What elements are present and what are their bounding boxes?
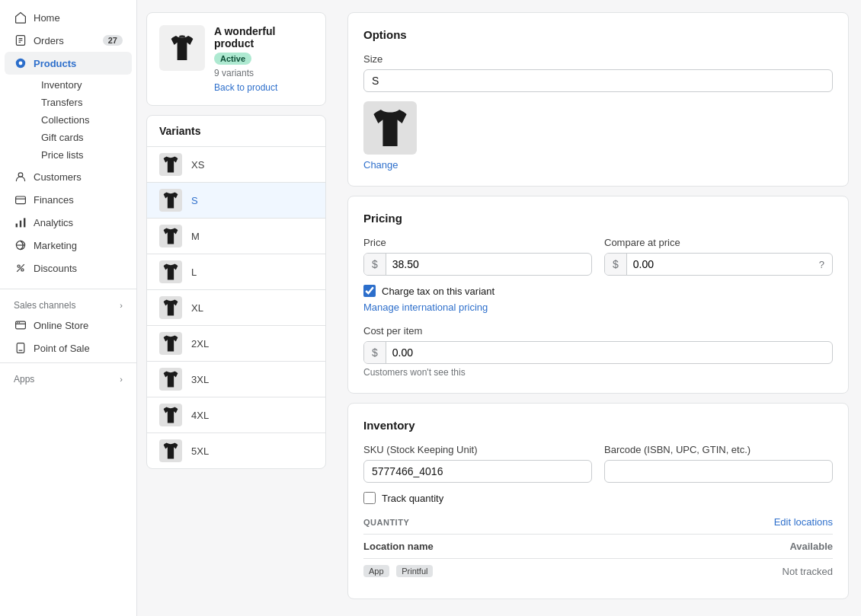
sales-channels-label: Sales channels ›	[0, 292, 136, 314]
price-input-wrapper: $	[363, 253, 592, 276]
variant-row[interactable]: XL	[147, 290, 325, 326]
sidebar-item-transfers[interactable]: Transfers	[32, 94, 132, 111]
variant-name: 5XL	[191, 445, 209, 457]
sales-channels-arrow[interactable]: ›	[120, 301, 123, 310]
not-tracked-label: Not tracked	[783, 566, 833, 577]
sidebar-item-pos-label: Point of Sale	[34, 343, 90, 354]
pricing-row: Price $ Compare at price $ ?	[363, 237, 833, 276]
product-info: A wonderful product Active 9 variants Ba…	[214, 25, 313, 93]
variant-thumbnail	[159, 368, 182, 391]
sidebar-item-online-store-label: Online Store	[34, 320, 88, 331]
edit-locations-link[interactable]: Edit locations	[774, 516, 833, 528]
variant-row[interactable]: 3XL	[147, 362, 325, 397]
sku-input[interactable]	[363, 460, 592, 483]
variant-thumbnail	[159, 189, 182, 212]
variant-name: 2XL	[191, 338, 209, 349]
product-status-badge: Active	[214, 53, 251, 65]
sidebar-item-gift-cards[interactable]: Gift cards	[32, 129, 132, 146]
customers-icon	[14, 170, 27, 184]
sidebar-item-marketing-label: Marketing	[34, 240, 77, 251]
track-qty-row: Track quantity	[363, 492, 833, 504]
svg-rect-7	[16, 196, 26, 204]
sidebar-item-marketing[interactable]: Marketing	[5, 234, 132, 257]
help-icon[interactable]: ?	[811, 254, 832, 275]
variant-row[interactable]: 4XL	[147, 397, 325, 433]
size-input[interactable]	[363, 69, 833, 92]
compare-price-input-wrapper: $ ?	[604, 253, 833, 276]
barcode-input[interactable]	[604, 460, 833, 483]
discounts-icon	[14, 261, 27, 275]
variant-thumbnail	[159, 439, 182, 462]
svg-point-20	[19, 322, 21, 324]
variant-row[interactable]: 2XL	[147, 326, 325, 362]
sidebar-item-pos[interactable]: Point of Sale	[5, 337, 132, 359]
apps-arrow[interactable]: ›	[120, 375, 123, 384]
svg-rect-21	[17, 343, 24, 353]
variant-name: XS	[191, 159, 204, 171]
compare-price-field: Compare at price $ ?	[604, 237, 833, 276]
charge-tax-label: Charge tax on this variant	[382, 286, 495, 297]
svg-point-15	[21, 269, 24, 271]
sidebar: Home Orders 27 Products Inventory Transf…	[0, 0, 137, 616]
finances-icon	[14, 193, 27, 206]
compare-price-input[interactable]	[627, 254, 811, 275]
svg-rect-10	[20, 221, 21, 228]
change-image-link[interactable]: Change	[363, 159, 398, 171]
sidebar-item-collections[interactable]: Collections	[32, 111, 132, 129]
sidebar-item-orders-label: Orders	[34, 35, 64, 46]
online-store-icon	[14, 318, 27, 332]
svg-rect-11	[24, 218, 25, 227]
variant-thumbnail	[159, 260, 182, 283]
variant-name: XL	[191, 302, 203, 314]
variant-row[interactable]: M	[147, 219, 325, 254]
variant-thumbnail	[159, 153, 182, 176]
sidebar-item-orders[interactable]: Orders 27	[5, 29, 132, 52]
variant-thumbnail	[159, 404, 182, 426]
variant-row[interactable]: XS	[147, 147, 325, 183]
compare-price-prefix: $	[605, 254, 627, 275]
sidebar-item-discounts-label: Discounts	[34, 263, 77, 274]
sidebar-item-online-store[interactable]: Online Store	[5, 314, 132, 337]
variant-name: 3XL	[191, 374, 209, 385]
svg-point-14	[18, 265, 20, 267]
svg-rect-9	[16, 224, 18, 228]
price-input[interactable]	[386, 254, 591, 275]
barcode-label: Barcode (ISBN, UPC, GTIN, etc.)	[604, 444, 833, 455]
track-qty-checkbox[interactable]	[363, 492, 376, 504]
analytics-icon	[14, 215, 27, 229]
pricing-title: Pricing	[363, 212, 833, 225]
intl-pricing-link[interactable]: Manage international pricing	[363, 302, 488, 313]
left-panel: A wonderful product Active 9 variants Ba…	[137, 0, 335, 616]
sidebar-item-analytics-label: Analytics	[34, 217, 73, 228]
sidebar-item-analytics[interactable]: Analytics	[5, 211, 132, 234]
location-col-header: Location name	[363, 541, 434, 552]
charge-tax-checkbox[interactable]	[363, 285, 376, 297]
options-title: Options	[363, 28, 833, 41]
back-to-product-link[interactable]: Back to product	[214, 82, 277, 93]
variants-card: Variants XS S M L	[146, 115, 326, 469]
cost-label: Cost per item	[363, 325, 833, 337]
sidebar-item-price-lists[interactable]: Price lists	[32, 146, 132, 164]
variant-row[interactable]: 5XL	[147, 433, 325, 468]
variant-row[interactable]: S	[147, 183, 325, 219]
qty-column-headers: Location name Available	[363, 534, 833, 558]
qty-header-label: QUANTITY	[363, 518, 409, 527]
price-field: Price $	[363, 237, 592, 276]
sidebar-item-discounts[interactable]: Discounts	[5, 257, 132, 279]
product-variants-count: 9 variants	[214, 68, 313, 78]
svg-point-19	[17, 322, 18, 324]
sidebar-item-customers[interactable]: Customers	[5, 165, 132, 188]
sidebar-item-inventory[interactable]: Inventory	[32, 76, 132, 94]
sidebar-item-finances[interactable]: Finances	[5, 188, 132, 211]
options-card: Options Size Change	[347, 12, 849, 187]
track-qty-label: Track quantity	[382, 493, 443, 504]
app-tag: App	[363, 565, 389, 577]
orders-badge: 27	[103, 35, 123, 46]
sidebar-item-home[interactable]: Home	[5, 6, 132, 29]
sidebar-item-products[interactable]: Products	[5, 52, 132, 75]
cost-input[interactable]	[386, 342, 832, 363]
variants-title: Variants	[147, 116, 325, 147]
variant-row[interactable]: L	[147, 254, 325, 290]
variant-name: M	[191, 231, 200, 242]
pricing-card: Pricing Price $ Compare at price $ ?	[347, 196, 849, 394]
